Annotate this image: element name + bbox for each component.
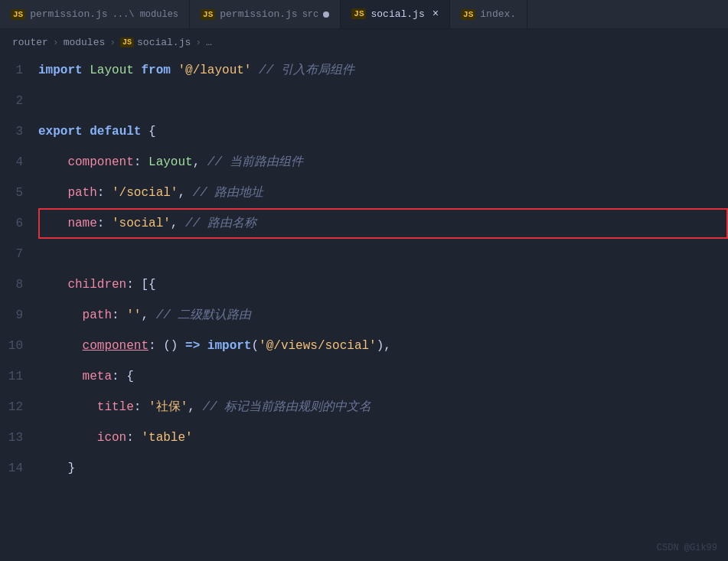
code-line-14: 14 } bbox=[0, 453, 728, 484]
line-num-4: 4 bbox=[0, 147, 38, 178]
tab-sublabel-1: ...\ modules bbox=[113, 9, 178, 20]
tab-label-4: index. bbox=[480, 8, 516, 20]
line-content-8: children: [{ bbox=[38, 269, 728, 300]
line-num-5: 5 bbox=[0, 178, 38, 208]
line-num-8: 8 bbox=[0, 269, 38, 300]
close-icon-3[interactable]: × bbox=[433, 8, 439, 20]
line-content-13: icon: 'table' bbox=[38, 422, 728, 453]
code-line-12: 12 title: '社保', // 标记当前路由规则的中文名 bbox=[0, 392, 728, 422]
line-num-6: 6 bbox=[0, 208, 38, 239]
breadcrumb-router: router bbox=[12, 37, 48, 48]
tab-label-2: permission.js bbox=[220, 8, 297, 20]
line-num-11: 11 bbox=[0, 361, 38, 392]
code-line-11: 11 meta: { bbox=[0, 361, 728, 392]
code-line-9: 9 path: '', // 二级默认路由 bbox=[0, 300, 728, 331]
tab-bar: JS permission.js ...\ modules JS permiss… bbox=[0, 0, 728, 29]
js-icon-2: JS bbox=[201, 9, 215, 20]
code-area: 1 import Layout from '@/layout' // 引入布局组… bbox=[0, 55, 728, 484]
breadcrumb-sep-1: › bbox=[53, 37, 59, 48]
line-content-3: export default { bbox=[38, 116, 728, 147]
line-content-11: meta: { bbox=[38, 361, 728, 392]
line-content-1: import Layout from '@/layout' // 引入布局组件 bbox=[38, 55, 728, 86]
line-content-5: path: '/social', // 路由地址 bbox=[38, 178, 728, 208]
code-line-7: 7 bbox=[0, 239, 728, 269]
tab-sublabel-2: src bbox=[302, 9, 319, 20]
watermark: CSDN @Gik99 bbox=[657, 543, 717, 553]
code-line-1: 1 import Layout from '@/layout' // 引入布局组… bbox=[0, 55, 728, 86]
code-line-3: 3 export default { bbox=[0, 116, 728, 147]
code-line-5: 5 path: '/social', // 路由地址 bbox=[0, 178, 728, 208]
js-icon-4: JS bbox=[461, 9, 475, 20]
tab-social-js[interactable]: JS social.js × bbox=[341, 0, 450, 28]
tab-label-3: social.js bbox=[371, 8, 424, 20]
breadcrumb-social: JS social.js bbox=[120, 37, 191, 48]
line-num-1: 1 bbox=[0, 55, 38, 86]
line-content-14: } bbox=[38, 453, 728, 484]
js-badge-breadcrumb: JS bbox=[120, 38, 134, 47]
tab-permission-modules[interactable]: JS permission.js ...\ modules bbox=[0, 0, 190, 28]
line-num-9: 9 bbox=[0, 300, 38, 331]
breadcrumb-modules: modules bbox=[64, 37, 106, 48]
line-content-10: component: () => import('@/views/social'… bbox=[38, 331, 728, 361]
line-num-10: 10 bbox=[0, 331, 38, 361]
line-num-2: 2 bbox=[0, 86, 38, 116]
line-content-6: name: 'social', // 路由名称 bbox=[38, 208, 728, 239]
tab-index[interactable]: JS index. bbox=[450, 0, 527, 28]
code-line-4: 4 component: Layout, // 当前路由组件 bbox=[0, 147, 728, 178]
line-num-13: 13 bbox=[0, 422, 38, 453]
tab-permission-src[interactable]: JS permission.js src bbox=[190, 0, 341, 28]
code-line-6: 6 name: 'social', // 路由名称 bbox=[0, 208, 728, 239]
breadcrumb-sep-3: › bbox=[195, 37, 201, 48]
breadcrumb-ellipsis: … bbox=[206, 37, 212, 48]
line-num-14: 14 bbox=[0, 453, 38, 484]
line-content-2 bbox=[38, 86, 728, 116]
line-num-3: 3 bbox=[0, 116, 38, 147]
breadcrumb: router › modules › JS social.js › … bbox=[0, 29, 728, 55]
code-line-8: 8 children: [{ bbox=[0, 269, 728, 300]
code-line-2: 2 bbox=[0, 86, 728, 116]
js-icon-3: JS bbox=[351, 8, 366, 19]
line-content-12: title: '社保', // 标记当前路由规则的中文名 bbox=[38, 392, 728, 422]
code-line-13: 13 icon: 'table' bbox=[0, 422, 728, 453]
line-num-12: 12 bbox=[0, 392, 38, 422]
line-content-7 bbox=[38, 239, 728, 269]
line-num-7: 7 bbox=[0, 239, 38, 269]
js-icon-1: JS bbox=[11, 9, 25, 20]
breadcrumb-sep-2: › bbox=[109, 37, 116, 48]
modified-dot bbox=[323, 11, 329, 18]
code-line-10: 10 component: () => import('@/views/soci… bbox=[0, 331, 728, 361]
line-content-4: component: Layout, // 当前路由组件 bbox=[38, 147, 728, 178]
tab-label-1: permission.js bbox=[30, 8, 107, 20]
line-content-9: path: '', // 二级默认路由 bbox=[38, 300, 728, 331]
